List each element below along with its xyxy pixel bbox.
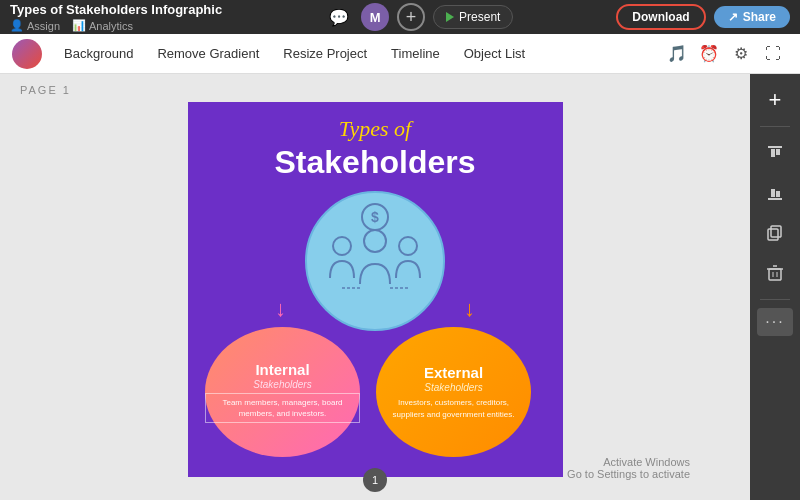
infographic: Types of Stakeholders $ [188,102,563,477]
header-sub-nav: 👤 Assign 📊 Analytics [10,19,222,32]
delete-button[interactable] [757,255,793,291]
watermark-line1: Activate Windows [567,456,690,468]
align-bottom-button[interactable] [757,175,793,211]
panel-divider-1 [760,126,790,127]
brand-logo[interactable] [12,39,42,69]
header: Types of Stakeholders Infographic 👤 Assi… [0,0,800,34]
internal-title: Internal [255,361,309,379]
dollar-icon: $ [361,203,389,231]
left-arrow: ↓ [275,296,286,322]
svg-rect-11 [768,229,778,240]
header-center: 💬 M + Present [325,3,513,31]
svg-rect-6 [771,149,775,157]
page-number-circle[interactable]: 1 [363,468,387,492]
page-indicator: 1 [363,468,387,492]
page-label: PAGE 1 [20,84,730,96]
toolbar-icon-group: 🎵 ⏰ ⚙ ⛶ [662,39,788,69]
svg-rect-13 [769,269,781,280]
fullscreen-icon-button[interactable]: ⛶ [758,39,788,69]
timeline-button[interactable]: Timeline [381,41,450,66]
chat-icon-button[interactable]: 💬 [325,3,353,31]
copy-icon [766,224,784,242]
arrows-container: ↓ ↓ [275,296,475,322]
timer-icon-button[interactable]: ⏰ [694,39,724,69]
download-button[interactable]: Download [616,4,705,30]
delete-icon [766,264,784,282]
external-desc: Investors, customers, creditors, supplie… [376,397,531,419]
assign-link[interactable]: 👤 Assign [10,19,60,32]
title-types-of: Types of [339,116,411,142]
internal-circle: Internal Stakeholders Team members, mana… [205,327,360,457]
align-bottom-icon [766,184,784,202]
svg-rect-8 [768,198,782,200]
align-top-icon [766,144,784,162]
assign-icon: 👤 [10,19,24,32]
remove-gradient-button[interactable]: Remove Gradient [147,41,269,66]
external-title: External [424,364,483,382]
background-button[interactable]: Background [54,41,143,66]
internal-subtitle: Stakeholders [253,379,311,390]
svg-rect-9 [771,189,775,197]
external-subtitle: Stakeholders [424,382,482,393]
copy-button[interactable] [757,215,793,251]
title-stakeholders: Stakeholders [275,144,476,181]
user-avatar[interactable]: M [361,3,389,31]
header-left: Types of Stakeholders Infographic 👤 Assi… [10,2,222,32]
more-icon: ··· [765,313,784,331]
toolbar: Background Remove Gradient Resize Projec… [0,34,800,74]
svg-point-2 [364,230,386,252]
svg-rect-10 [776,191,780,197]
add-collaborator-button[interactable]: + [397,3,425,31]
add-element-button[interactable]: + [757,82,793,118]
svg-rect-5 [768,146,782,148]
share-icon: ↗ [728,10,738,24]
analytics-link[interactable]: 📊 Analytics [72,19,133,32]
title-group: Types of Stakeholders Infographic 👤 Assi… [10,2,222,32]
play-icon [446,12,454,22]
svg-rect-7 [776,149,780,155]
music-icon-button[interactable]: 🎵 [662,39,692,69]
object-list-button[interactable]: Object List [454,41,535,66]
present-button[interactable]: Present [433,5,513,29]
right-panel: + [750,74,800,500]
canvas-area: PAGE 1 Types of Stakeholders $ [0,74,750,500]
right-arrow: ↓ [464,296,475,322]
bottom-circles: Internal Stakeholders Team members, mana… [205,327,545,457]
document-title: Types of Stakeholders Infographic [10,2,222,17]
svg-point-0 [333,237,351,255]
align-top-button[interactable] [757,135,793,171]
design-canvas[interactable]: Types of Stakeholders $ [188,102,563,477]
share-button[interactable]: ↗ Share [714,6,790,28]
resize-project-button[interactable]: Resize Project [273,41,377,66]
more-options-button[interactable]: ··· [757,308,793,336]
header-right: Download ↗ Share [616,4,790,30]
main-area: PAGE 1 Types of Stakeholders $ [0,74,800,500]
external-circle: External Stakeholders Investors, custome… [376,327,531,457]
watermark: Activate Windows Go to Settings to activ… [567,456,690,480]
panel-divider-2 [760,299,790,300]
watermark-line2: Go to Settings to activate [567,468,690,480]
internal-desc: Team members, managers, board members, a… [205,393,360,423]
analytics-icon: 📊 [72,19,86,32]
settings-icon-button[interactable]: ⚙ [726,39,756,69]
svg-rect-12 [771,226,781,237]
svg-point-1 [399,237,417,255]
